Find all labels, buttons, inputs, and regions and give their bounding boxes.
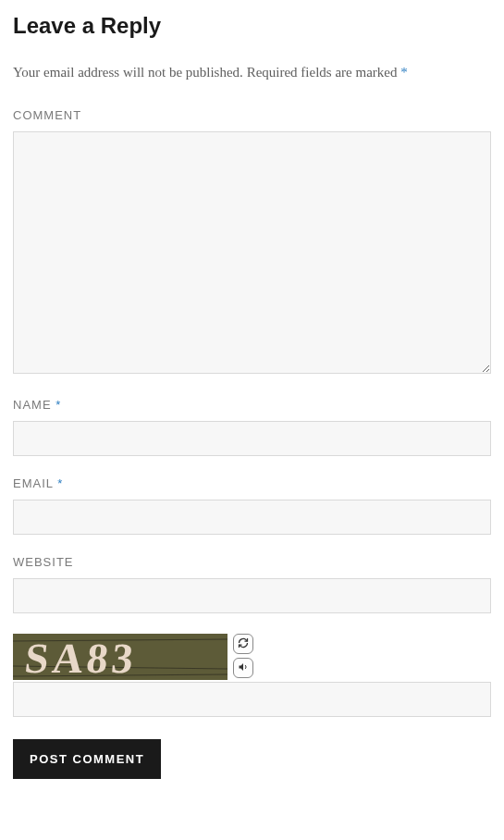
name-asterisk: * [55,398,61,412]
speaker-icon [238,661,249,675]
website-field-group: WEBSITE [13,555,491,613]
captcha-audio-button[interactable] [233,658,253,678]
reply-heading: Leave a Reply [13,13,491,39]
name-input[interactable] [13,421,491,456]
email-asterisk: * [57,476,63,490]
website-input[interactable] [13,578,491,613]
name-field-group: NAME * [13,398,491,456]
email-field-group: EMAIL * [13,476,491,535]
name-label: NAME * [13,398,491,412]
comment-field-group: COMMENT [13,108,491,377]
post-comment-button[interactable]: POST COMMENT [13,739,161,779]
captcha-row: SA83 [13,634,491,680]
notice-text-1: Your email address will not be published… [13,65,243,80]
email-notice: Your email address will not be published… [13,65,491,80]
captcha-buttons [233,634,253,678]
captcha-image: SA83 [13,634,227,680]
comment-textarea[interactable] [13,131,491,374]
comment-label: COMMENT [13,108,491,122]
notice-asterisk: * [400,65,408,80]
captcha-input[interactable] [13,682,491,717]
name-label-text: NAME [13,398,52,412]
refresh-icon [238,637,249,651]
email-label: EMAIL * [13,476,491,490]
captcha-refresh-button[interactable] [233,634,253,654]
email-label-text: EMAIL [13,476,54,490]
svg-text:SA83: SA83 [23,635,140,680]
notice-text-2: Required fields are marked [247,65,398,80]
email-input[interactable] [13,500,491,535]
website-label: WEBSITE [13,555,491,569]
